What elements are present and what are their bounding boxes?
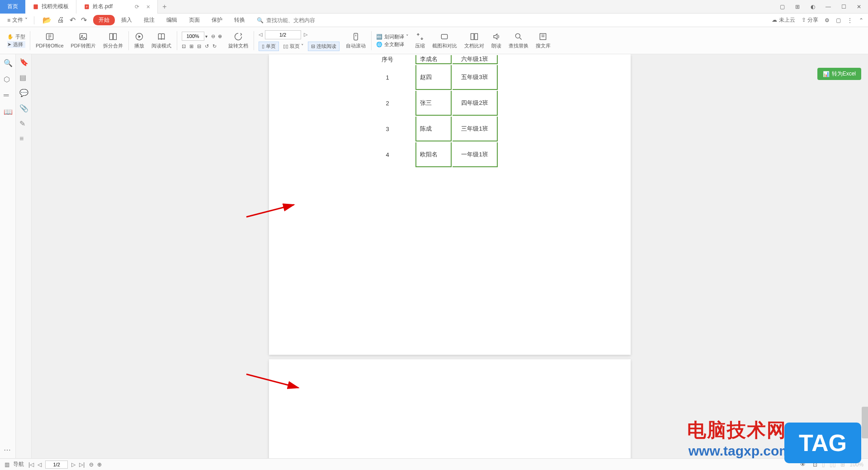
tool-word-translate[interactable]: 🔤划词翻译˅: [376, 33, 409, 40]
rotate-left-icon[interactable]: ↺: [205, 43, 209, 49]
menu-tab-start[interactable]: 开始: [93, 15, 115, 25]
svg-point-5: [81, 35, 83, 37]
share-button[interactable]: ⇪ 分享: [802, 16, 818, 24]
page-next-icon[interactable]: ▷: [304, 32, 307, 38]
layout-icon[interactable]: ▢: [777, 1, 788, 12]
status-prev-page[interactable]: ◁: [38, 461, 42, 468]
tool-select[interactable]: ➤选择: [7, 41, 25, 48]
status-page-input[interactable]: [45, 461, 68, 469]
skin-icon[interactable]: ◐: [807, 1, 818, 12]
settings-icon[interactable]: ⚙: [825, 17, 830, 24]
fit-width-icon[interactable]: ⊡: [182, 43, 186, 49]
left-tool-zoom[interactable]: 🔍: [4, 59, 12, 67]
table-row: 2张三四年级2班: [360, 91, 498, 116]
tool-doc-compare[interactable]: 文档比对: [461, 32, 488, 49]
search-input[interactable]: [266, 17, 339, 24]
status-last-page[interactable]: ▷|: [79, 461, 85, 468]
panel-thumbnail[interactable]: ▤: [19, 73, 28, 81]
tab-template[interactable]: 找稻壳模板: [25, 0, 76, 14]
minimize-button[interactable]: —: [823, 1, 834, 12]
zoom-dropdown-icon[interactable]: ▾: [205, 34, 208, 39]
tool-read-aloud[interactable]: 朗读: [488, 32, 505, 49]
tool-full-translate[interactable]: 🌐全文翻译: [376, 41, 409, 48]
status-zoom-out[interactable]: ⊖: [89, 461, 94, 468]
panel-signature[interactable]: ✎: [19, 119, 28, 127]
tool-read-mode[interactable]: 阅读模式: [148, 32, 175, 49]
menu-tab-page[interactable]: 页面: [184, 15, 205, 25]
left-tool-read[interactable]: 📖: [4, 108, 12, 116]
menu-tab-annotate[interactable]: 批注: [138, 15, 160, 25]
apps-icon[interactable]: ⊞: [792, 1, 803, 12]
tab-close-icon[interactable]: ×: [146, 3, 150, 10]
tab-current-file[interactable]: P 姓名.pdf ⟳ ×: [76, 0, 158, 14]
tab-refresh-icon[interactable]: ⟳: [135, 4, 139, 10]
view-continuous[interactable]: ⊟连续阅读: [308, 42, 340, 51]
hand-icon: ✋: [7, 34, 14, 40]
tab-current-label: 姓名.pdf: [93, 3, 113, 10]
cloud-status[interactable]: ☁ 未上云: [772, 16, 795, 24]
status-zoom-in[interactable]: ⊕: [97, 461, 102, 468]
tool-find-replace[interactable]: 查找替换: [505, 32, 532, 49]
left-tool-line[interactable]: ═: [4, 91, 12, 99]
tool-split-merge[interactable]: 拆分合并: [99, 32, 127, 49]
tab-home[interactable]: 首页: [0, 0, 25, 14]
book-icon: [156, 32, 166, 42]
tool-hand[interactable]: ✋手型: [7, 33, 25, 40]
search-input-wrapper[interactable]: 🔍: [257, 17, 339, 24]
tool-pdf-image[interactable]: PDF转图片: [67, 32, 99, 49]
view-single-page[interactable]: ▯单页: [259, 42, 279, 51]
collapse-ribbon-icon[interactable]: ⌃: [859, 17, 863, 24]
menu-tab-edit[interactable]: 编辑: [161, 15, 183, 25]
panel-bookmark[interactable]: 🔖: [19, 58, 28, 66]
zoom-input[interactable]: [182, 32, 204, 41]
menu-tab-convert[interactable]: 转换: [229, 15, 250, 25]
page-prev-icon[interactable]: ◁: [259, 32, 262, 38]
tool-play[interactable]: 播放: [131, 32, 148, 49]
more-icon[interactable]: ⋮: [847, 17, 853, 24]
pdf-canvas[interactable]: 序号 李成名 六年级1班 1赵四五年级3班 2张三四年级2班 3陈成三年级1班 …: [32, 54, 868, 458]
menu-tab-protect[interactable]: 保护: [206, 15, 228, 25]
tool-pdf-office[interactable]: PDF转Office: [32, 32, 67, 49]
print-icon[interactable]: 🖨: [57, 16, 64, 24]
left-tool-shape[interactable]: ⬡: [4, 75, 12, 83]
redo-icon[interactable]: ↷: [81, 16, 87, 24]
watermark-url: www.tagxp.com: [689, 443, 791, 459]
panel-layers[interactable]: ≡: [19, 135, 28, 143]
page-input[interactable]: [265, 30, 301, 39]
close-button[interactable]: ✕: [854, 1, 864, 12]
split-icon: [108, 32, 118, 42]
view-double-page[interactable]: ▯▯双页˅: [280, 42, 307, 51]
tool-rotate[interactable]: 旋转文档: [225, 32, 252, 49]
status-first-page[interactable]: |◁: [28, 461, 34, 468]
svg-text:P: P: [86, 6, 87, 8]
tool-search-lib[interactable]: 搜文库: [532, 32, 554, 49]
translate-icon: 🔤: [376, 34, 382, 40]
status-panel-icon[interactable]: ▥: [5, 461, 9, 468]
open-icon[interactable]: 📂: [42, 16, 52, 24]
menu-tab-insert[interactable]: 插入: [116, 15, 137, 25]
table-header-seq: 序号: [360, 55, 415, 64]
left-tool-more[interactable]: ⋯: [4, 446, 12, 454]
zoom-out-icon[interactable]: ⊖: [211, 33, 215, 39]
doc-icon: [33, 4, 39, 10]
panel-attachment[interactable]: 📎: [19, 104, 28, 112]
rotate-right-icon[interactable]: ↻: [212, 43, 217, 49]
actual-size-icon[interactable]: ⊟: [197, 43, 201, 49]
tool-auto-scroll[interactable]: 自动滚动: [342, 32, 369, 49]
zoom-in-icon[interactable]: ⊕: [218, 33, 222, 39]
tool-compress[interactable]: 压缩: [411, 32, 429, 49]
play-icon: [134, 32, 144, 42]
tool-screenshot-compare[interactable]: 截图和对比: [429, 32, 461, 49]
new-tab-button[interactable]: +: [158, 3, 171, 11]
menu-hamburger[interactable]: ≡ 文件 ˅: [5, 16, 30, 24]
status-next-page[interactable]: ▷: [71, 461, 75, 468]
right-collapse-tab[interactable]: [862, 407, 868, 438]
panel-comment[interactable]: 💬: [19, 89, 28, 97]
single-page-icon: ▯: [262, 43, 264, 49]
panel-icon[interactable]: ▢: [836, 17, 841, 24]
fit-page-icon[interactable]: ⊞: [189, 43, 193, 49]
library-icon: [538, 32, 548, 42]
undo-icon[interactable]: ↶: [70, 16, 75, 24]
convert-excel-button[interactable]: 📊 转为Excel: [817, 68, 861, 80]
maximize-button[interactable]: ☐: [838, 1, 849, 12]
